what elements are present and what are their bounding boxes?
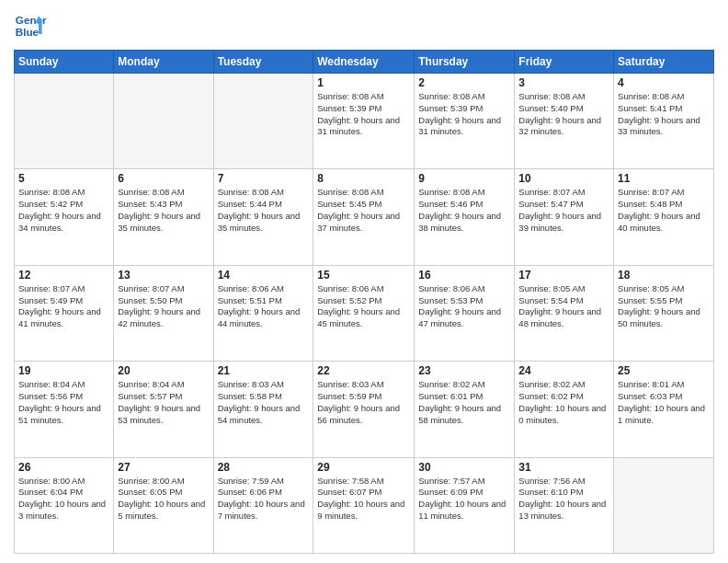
- day-number: 26: [18, 461, 109, 474]
- day-number: 3: [518, 76, 609, 89]
- day-number: 21: [218, 364, 310, 377]
- calendar-cell: 10Sunrise: 8:07 AM Sunset: 5:47 PM Dayli…: [515, 169, 614, 265]
- day-number: 16: [418, 269, 510, 282]
- day-info: Sunrise: 8:05 AM Sunset: 5:54 PM Dayligh…: [518, 283, 609, 330]
- calendar-cell: 7Sunrise: 8:08 AM Sunset: 5:44 PM Daylig…: [213, 169, 313, 265]
- calendar-cell: 16Sunrise: 8:06 AM Sunset: 5:53 PM Dayli…: [415, 265, 515, 361]
- calendar-cell: [114, 74, 213, 169]
- day-info: Sunrise: 8:06 AM Sunset: 5:51 PM Dayligh…: [218, 283, 310, 330]
- calendar-cell: 14Sunrise: 8:06 AM Sunset: 5:51 PM Dayli…: [213, 265, 313, 361]
- weekday-header-row: SundayMondayTuesdayWednesdayThursdayFrid…: [15, 51, 714, 74]
- calendar-cell: 20Sunrise: 8:04 AM Sunset: 5:57 PM Dayli…: [114, 362, 213, 457]
- week-row-4: 26Sunrise: 8:00 AM Sunset: 6:04 PM Dayli…: [15, 457, 714, 553]
- day-number: 20: [118, 364, 209, 377]
- weekday-header-tuesday: Tuesday: [213, 51, 313, 74]
- day-info: Sunrise: 8:08 AM Sunset: 5:45 PM Dayligh…: [317, 187, 410, 234]
- day-number: 18: [618, 269, 710, 282]
- logo: General Blue: [14, 9, 47, 42]
- day-number: 15: [317, 269, 410, 282]
- week-row-0: 1Sunrise: 8:08 AM Sunset: 5:39 PM Daylig…: [15, 74, 714, 169]
- day-info: Sunrise: 8:02 AM Sunset: 6:01 PM Dayligh…: [418, 379, 510, 426]
- day-number: 8: [317, 172, 410, 185]
- day-info: Sunrise: 8:03 AM Sunset: 5:59 PM Dayligh…: [317, 379, 410, 426]
- day-number: 4: [618, 76, 710, 89]
- weekday-header-monday: Monday: [114, 51, 213, 74]
- weekday-header-thursday: Thursday: [415, 51, 515, 74]
- day-info: Sunrise: 8:05 AM Sunset: 5:55 PM Dayligh…: [618, 283, 710, 330]
- calendar-cell: 4Sunrise: 8:08 AM Sunset: 5:41 PM Daylig…: [614, 74, 714, 169]
- day-number: 24: [518, 364, 609, 377]
- calendar-cell: 29Sunrise: 7:58 AM Sunset: 6:07 PM Dayli…: [313, 457, 415, 553]
- page: General Blue SundayMondayTuesdayWednesda…: [0, 0, 728, 563]
- day-number: 5: [18, 172, 109, 185]
- day-info: Sunrise: 8:00 AM Sunset: 6:05 PM Dayligh…: [118, 476, 209, 523]
- day-info: Sunrise: 8:08 AM Sunset: 5:39 PM Dayligh…: [418, 91, 510, 138]
- day-number: 1: [317, 76, 410, 89]
- day-info: Sunrise: 7:58 AM Sunset: 6:07 PM Dayligh…: [317, 476, 410, 523]
- day-info: Sunrise: 8:08 AM Sunset: 5:41 PM Dayligh…: [618, 91, 710, 138]
- day-number: 31: [518, 461, 609, 474]
- week-row-2: 12Sunrise: 8:07 AM Sunset: 5:49 PM Dayli…: [15, 265, 714, 361]
- calendar-cell: 15Sunrise: 8:06 AM Sunset: 5:52 PM Dayli…: [313, 265, 415, 361]
- day-number: 2: [418, 76, 510, 89]
- weekday-header-friday: Friday: [515, 51, 614, 74]
- weekday-header-sunday: Sunday: [15, 51, 114, 74]
- day-number: 11: [618, 172, 710, 185]
- day-info: Sunrise: 8:04 AM Sunset: 5:57 PM Dayligh…: [118, 379, 209, 426]
- svg-text:General: General: [16, 14, 47, 26]
- day-number: 27: [118, 461, 209, 474]
- weekday-header-saturday: Saturday: [614, 51, 714, 74]
- day-info: Sunrise: 8:07 AM Sunset: 5:47 PM Dayligh…: [518, 187, 609, 234]
- day-info: Sunrise: 8:04 AM Sunset: 5:56 PM Dayligh…: [18, 379, 109, 426]
- week-row-1: 5Sunrise: 8:08 AM Sunset: 5:42 PM Daylig…: [15, 169, 714, 265]
- day-number: 7: [218, 172, 310, 185]
- calendar-cell: 18Sunrise: 8:05 AM Sunset: 5:55 PM Dayli…: [614, 265, 714, 361]
- calendar-cell: 27Sunrise: 8:00 AM Sunset: 6:05 PM Dayli…: [114, 457, 213, 553]
- calendar-cell: 25Sunrise: 8:01 AM Sunset: 6:03 PM Dayli…: [614, 362, 714, 457]
- day-info: Sunrise: 8:08 AM Sunset: 5:39 PM Dayligh…: [317, 91, 410, 138]
- day-number: 25: [618, 364, 710, 377]
- calendar-cell: 12Sunrise: 8:07 AM Sunset: 5:49 PM Dayli…: [15, 265, 114, 361]
- day-info: Sunrise: 8:08 AM Sunset: 5:43 PM Dayligh…: [118, 187, 209, 234]
- day-number: 6: [118, 172, 209, 185]
- day-number: 28: [218, 461, 310, 474]
- calendar-cell: 22Sunrise: 8:03 AM Sunset: 5:59 PM Dayli…: [313, 362, 415, 457]
- calendar-cell: 11Sunrise: 8:07 AM Sunset: 5:48 PM Dayli…: [614, 169, 714, 265]
- day-number: 14: [218, 269, 310, 282]
- week-row-3: 19Sunrise: 8:04 AM Sunset: 5:56 PM Dayli…: [15, 362, 714, 457]
- day-info: Sunrise: 7:57 AM Sunset: 6:09 PM Dayligh…: [418, 476, 510, 523]
- calendar-cell: 23Sunrise: 8:02 AM Sunset: 6:01 PM Dayli…: [415, 362, 515, 457]
- calendar-cell: [15, 74, 114, 169]
- day-number: 19: [18, 364, 109, 377]
- calendar-cell: [213, 74, 313, 169]
- calendar-cell: 6Sunrise: 8:08 AM Sunset: 5:43 PM Daylig…: [114, 169, 213, 265]
- calendar-cell: 21Sunrise: 8:03 AM Sunset: 5:58 PM Dayli…: [213, 362, 313, 457]
- calendar-cell: [614, 457, 714, 553]
- day-number: 9: [418, 172, 510, 185]
- calendar-cell: 19Sunrise: 8:04 AM Sunset: 5:56 PM Dayli…: [15, 362, 114, 457]
- svg-text:Blue: Blue: [16, 26, 40, 38]
- calendar-cell: 31Sunrise: 7:56 AM Sunset: 6:10 PM Dayli…: [515, 457, 614, 553]
- calendar-cell: 5Sunrise: 8:08 AM Sunset: 5:42 PM Daylig…: [15, 169, 114, 265]
- day-number: 12: [18, 269, 109, 282]
- day-info: Sunrise: 8:08 AM Sunset: 5:44 PM Dayligh…: [218, 187, 310, 234]
- logo-icon: General Blue: [14, 9, 47, 42]
- day-info: Sunrise: 8:08 AM Sunset: 5:46 PM Dayligh…: [418, 187, 510, 234]
- calendar-cell: 3Sunrise: 8:08 AM Sunset: 5:40 PM Daylig…: [515, 74, 614, 169]
- day-info: Sunrise: 8:02 AM Sunset: 6:02 PM Dayligh…: [518, 379, 609, 426]
- calendar-cell: 24Sunrise: 8:02 AM Sunset: 6:02 PM Dayli…: [515, 362, 614, 457]
- day-info: Sunrise: 7:59 AM Sunset: 6:06 PM Dayligh…: [218, 476, 310, 523]
- day-info: Sunrise: 8:01 AM Sunset: 6:03 PM Dayligh…: [618, 379, 710, 426]
- calendar-cell: 9Sunrise: 8:08 AM Sunset: 5:46 PM Daylig…: [415, 169, 515, 265]
- day-info: Sunrise: 8:07 AM Sunset: 5:49 PM Dayligh…: [18, 283, 109, 330]
- weekday-header-wednesday: Wednesday: [313, 51, 415, 74]
- day-number: 29: [317, 461, 410, 474]
- day-info: Sunrise: 8:08 AM Sunset: 5:42 PM Dayligh…: [18, 187, 109, 234]
- day-number: 22: [317, 364, 410, 377]
- day-number: 10: [518, 172, 609, 185]
- day-info: Sunrise: 8:07 AM Sunset: 5:50 PM Dayligh…: [118, 283, 209, 330]
- calendar-cell: 1Sunrise: 8:08 AM Sunset: 5:39 PM Daylig…: [313, 74, 415, 169]
- calendar-cell: 17Sunrise: 8:05 AM Sunset: 5:54 PM Dayli…: [515, 265, 614, 361]
- day-number: 17: [518, 269, 609, 282]
- calendar-table: SundayMondayTuesdayWednesdayThursdayFrid…: [14, 50, 714, 554]
